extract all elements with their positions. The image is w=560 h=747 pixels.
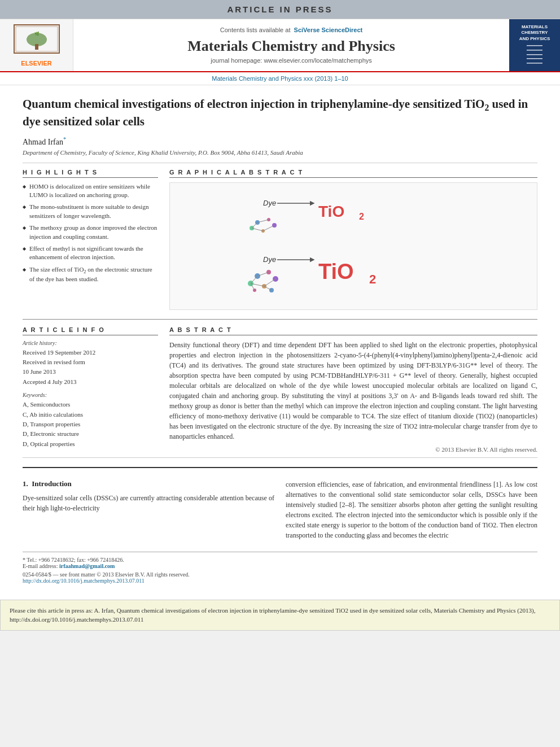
footer-doi[interactable]: http://dx.doi.org/10.1016/j.matchemphys.… — [23, 578, 537, 584]
journal-logo-left: 🌿 ELSEVIER — [0, 19, 73, 71]
logo-line2: CHEMISTRY — [519, 30, 550, 36]
highlight-item-1: HOMO is delocalized on entire sensitizer… — [23, 182, 158, 200]
author-name: Ahmad Irfan* — [23, 136, 537, 147]
highlights-graphical-section: H I G H L I G H T S HOMO is delocalized … — [23, 169, 537, 310]
svg-line-32 — [264, 279, 275, 286]
molecular-diagram-svg: Dye TiO 2 — [176, 189, 531, 302]
svg-text:2: 2 — [359, 212, 364, 221]
highlight-item-2: The mono-substituent is more suitable to… — [23, 203, 158, 220]
graphical-abstract-heading: G R A P H I C A L A B S T R A C T — [169, 169, 537, 178]
abstract-text: Density functional theory (DFT) and time… — [169, 340, 537, 442]
graphical-abstract-col: G R A P H I C A L A B S T R A C T Dye Ti… — [169, 169, 537, 310]
svg-line-17 — [263, 225, 274, 231]
author-asterisk: * — [63, 136, 66, 142]
svg-rect-3 — [35, 44, 38, 50]
highlight-item-4: Effect of methyl is not significant towa… — [23, 244, 158, 262]
highlights-col: H I G H L I G H T S HOMO is delocalized … — [23, 169, 158, 310]
svg-text:Dye: Dye — [263, 199, 276, 207]
graphical-abstract-box: Dye TiO 2 — [169, 182, 537, 310]
svg-text:Dye: Dye — [263, 255, 276, 264]
journal-header: 🌿 ELSEVIER Contents lists available at S… — [0, 19, 560, 72]
article-title: Quantum chemical investigations of elect… — [23, 97, 537, 129]
issn-line: 0254-0584/$ — see front matter © 2013 El… — [23, 571, 537, 578]
author-affiliation: Department of Chemistry, Faculty of Scie… — [23, 149, 537, 156]
intro-number: 1. — [23, 479, 28, 488]
article-in-press-banner: ARTICLE IN PRESS — [0, 0, 560, 19]
intro-right-col: conversion efficiencies, ease of fabrica… — [286, 479, 537, 540]
footer-notes: * Tel.: +966 72418632; fax: +966 7241842… — [23, 552, 537, 584]
article-info-col: A R T I C L E I N F O Article history: R… — [23, 326, 158, 453]
keywords-label: Keywords: — [23, 392, 158, 398]
svg-text:TiO: TiO — [318, 260, 354, 283]
keyword-2: C, Ab initio calculations — [23, 410, 158, 419]
journal-homepage: journal homepage: www.elsevier.com/locat… — [211, 57, 372, 64]
keyword-4: D, Electronic structure — [23, 430, 158, 438]
email-value[interactable]: irfaahmad@gmail.com — [59, 563, 115, 569]
logo-line3: AND PHYSICS — [519, 36, 550, 42]
highlight-item-3: The methoxy group as donor improved the … — [23, 224, 158, 241]
highlights-list: HOMO is delocalized on entire sensitizer… — [23, 182, 158, 284]
article-content: Quantum chemical investigations of elect… — [0, 85, 560, 595]
elsevier-text: ELSEVIER — [21, 60, 51, 67]
svg-text:2: 2 — [369, 272, 376, 286]
citation-text: Please cite this article in press as: A.… — [10, 607, 535, 623]
doi-line: Materials Chemistry and Physics xxx (201… — [0, 72, 560, 85]
intro-right-text: conversion efficiencies, ease of fabrica… — [286, 479, 537, 540]
citation-bar: Please cite this article in press as: A.… — [0, 600, 560, 631]
article-info-heading: A R T I C L E I N F O — [23, 326, 158, 335]
journal-logo-right: MATERIALS CHEMISTRY AND PHYSICS ━━━━━━━━… — [509, 19, 560, 71]
abstract-col: A B S T R A C T Density functional theor… — [169, 326, 537, 453]
svg-line-34 — [264, 286, 272, 290]
sciverse-link[interactable]: SciVerse ScienceDirect — [294, 27, 363, 33]
page-wrapper: ARTICLE IN PRESS 🌿 ELSEVIER Contents lis… — [0, 0, 560, 631]
journal-center: Contents lists available at SciVerse Sci… — [73, 19, 509, 71]
divider-1 — [23, 163, 537, 163]
divider-2 — [23, 457, 537, 458]
keyword-5: D, Optical properties — [23, 440, 158, 448]
article-history-label: Article history: — [23, 340, 158, 346]
keyword-3: D, Transport properties — [23, 420, 158, 429]
abstract-heading: A B S T R A C T — [169, 326, 537, 335]
svg-line-18 — [252, 222, 257, 228]
abstract-copyright: © 2013 Elsevier B.V. All rights reserved… — [169, 446, 537, 453]
email-line: E-mail address: irfaahmad@gmail.com — [23, 563, 537, 569]
revised-date: 10 June 2013 — [23, 368, 158, 376]
article-info-abstract-section: A R T I C L E I N F O Article history: R… — [23, 319, 537, 453]
tel-fax: * Tel.: +966 72418632; fax: +966 7241842… — [23, 557, 537, 563]
svg-line-33 — [251, 276, 257, 283]
received-date: Received 19 September 2012 — [23, 348, 158, 357]
logo-line1: MATERIALS — [519, 24, 550, 30]
title-text: Quantum chemical investigations of elect… — [23, 97, 484, 111]
svg-text:TiO: TiO — [318, 203, 344, 220]
email-label: E-mail address: — [23, 563, 58, 569]
logo-lines: ━━━━━━━━━━━━━━━━━━━━━━━━━━━━━━━━━━━ — [519, 44, 550, 66]
highlight-item-5: The size effect of TiO2 on the electroni… — [23, 265, 158, 284]
keyword-1: A, Semiconductors — [23, 400, 158, 409]
intro-two-col: 1. Introduction Dye-sensitized solar cel… — [23, 479, 537, 540]
intro-heading: 1. Introduction — [23, 479, 274, 488]
keywords-section: Keywords: A, Semiconductors C, Ab initio… — [23, 392, 158, 448]
accepted-date: Accepted 4 July 2013 — [23, 378, 158, 386]
intro-left-col: 1. Introduction Dye-sensitized solar cel… — [23, 479, 274, 540]
highlights-heading: H I G H L I G H T S — [23, 169, 158, 178]
journal-title-main: Materials Chemistry and Physics — [187, 38, 395, 55]
sciverse-text: Contents lists available at — [220, 27, 291, 33]
banner-text: ARTICLE IN PRESS — [227, 5, 333, 14]
journal-logo-right-inner: MATERIALS CHEMISTRY AND PHYSICS ━━━━━━━━… — [519, 24, 550, 66]
sciverse-line: Contents lists available at SciVerse Sci… — [220, 27, 363, 33]
introduction-section: 1. Introduction Dye-sensitized solar cel… — [23, 467, 537, 540]
intro-left-text: Dye-sensitized solar cells (DSSCs) are c… — [23, 493, 274, 513]
elsevier-logo-svg: 🌿 — [11, 24, 62, 58]
intro-title: Introduction — [32, 479, 72, 488]
received-revised-label: Received in revised form — [23, 358, 158, 366]
